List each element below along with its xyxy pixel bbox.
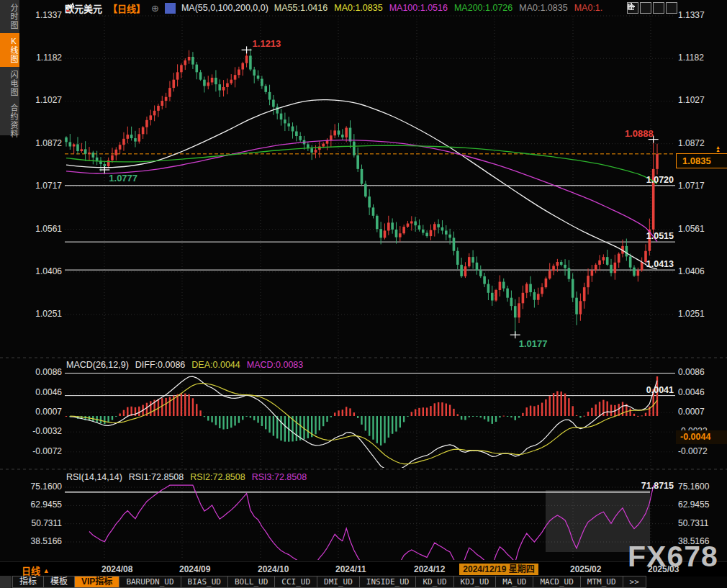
toolbar-button-kd_ud[interactable]: KD_UD xyxy=(415,576,453,588)
indicator-toolbar: 指标模板VIP指标BARUPDN_UDBIAS_UDBOLL_UDCCI_UDD… xyxy=(12,576,646,588)
pan-right-icon[interactable] xyxy=(666,2,677,14)
toolbar-button-btn1[interactable]: 模板 xyxy=(43,576,75,588)
rsi-axis-label: 38.5166 xyxy=(17,536,62,547)
ma100-line xyxy=(66,140,657,242)
price-axis-label: 1.0406 xyxy=(17,266,62,277)
timeline-date: 2024/09 xyxy=(179,564,210,575)
toolbar-button-vip[interactable]: VIP指标 xyxy=(74,576,119,588)
rsi-axis-label: 75.1600 xyxy=(678,481,726,492)
price-up-arrows-icon: ▲▲ xyxy=(715,146,721,153)
macd-current-badge: -0.0044 xyxy=(676,430,727,444)
macd-axis-label: 0.0046 xyxy=(17,387,62,398)
toolbar-button-btn0[interactable]: 指标 xyxy=(12,576,44,588)
ma-values: MA55:1.0416MA0:1.0835MA100:1.0516MA200:1… xyxy=(274,3,609,13)
hline-label: 1.0515 xyxy=(625,231,674,241)
trading-app-window: 分时图K线图闪电图合约资料 欧元美元 【日线】 ⊕ MA(55,0,100,20… xyxy=(0,0,727,588)
timeline-date: 2024/10 xyxy=(258,564,289,575)
price-axis-label: 1.0717 xyxy=(678,181,726,191)
pan-left-icon[interactable] xyxy=(653,2,664,14)
price-axis-label: 1.0717 xyxy=(17,181,62,191)
sidebar-tab-activeK线图[interactable]: K线图 xyxy=(0,33,19,67)
hline-label: 1.0720 xyxy=(625,175,674,185)
price-axis-label: 1.0251 xyxy=(678,309,726,320)
extreme-label-1.0177: 1.0177 xyxy=(519,338,548,349)
hline-label: 1.0413 xyxy=(625,259,674,269)
toolbar-button-macd_ud[interactable]: MACD_UD xyxy=(533,576,580,588)
macd-axis-label: 0.0046 xyxy=(678,387,726,398)
macd-axis-label: -0.0072 xyxy=(17,446,62,457)
toolbar-button-dmi_ud[interactable]: DMI_UD xyxy=(317,576,360,588)
macd-diff-value: DIFF:0.0086 xyxy=(135,360,185,370)
sidebar-tab-分时图[interactable]: 分时图 xyxy=(0,0,19,33)
rsi2-value: RSI2:72.8508 xyxy=(190,472,245,482)
price-axis-label: 1.0406 xyxy=(678,266,726,277)
toolbar-button-boll_ud[interactable]: BOLL_UD xyxy=(227,576,275,588)
price-axis-label: 1.1337 xyxy=(678,10,726,21)
rsi-panel-header: RSI(14,14,14) RSI1:72.8508 RSI2:72.8508 … xyxy=(66,472,307,482)
ma-value: MA0:1.0835 xyxy=(519,3,567,13)
chart-canvas[interactable] xyxy=(0,0,727,588)
extreme-label-1.0777: 1.0777 xyxy=(109,173,137,184)
toolbar-button-inside_ud[interactable]: INSIDE_UD xyxy=(359,576,417,588)
macd-diff-line xyxy=(70,376,657,469)
timeline-axis[interactable]: 日线 ▲ 2024/082024/092024/102024/112024/12… xyxy=(0,561,727,576)
macd-axis-label: 0.0086 xyxy=(678,367,726,378)
price-axis-label: 1.0561 xyxy=(678,224,726,235)
timeline-date: 2024/12 xyxy=(414,564,445,575)
price-axis-label: 1.1027 xyxy=(17,95,62,106)
rsi-axis-label: 75.1600 xyxy=(17,481,62,492)
macd-axis-label: 0.0007 xyxy=(678,407,726,417)
chart-type-sidebar: 分时图K线图闪电图合约资料 xyxy=(0,0,19,135)
price-axis-label: 1.1182 xyxy=(678,53,726,63)
rsi-hline-label: 71.8715 xyxy=(625,481,674,491)
rsi-axis-label: 62.9455 xyxy=(17,499,62,510)
timeline-date: 2025/02 xyxy=(570,564,601,575)
macd-title: MACD(26,12,9) xyxy=(66,360,129,370)
ma-value: MA100:1.0516 xyxy=(389,3,448,13)
sidebar-tab-合约资料[interactable]: 合约资料 xyxy=(0,100,19,142)
chart-window-controls xyxy=(627,2,677,14)
current-price-badge: 1.0835 xyxy=(676,153,727,168)
toolbar-button-bias_ud[interactable]: BIAS_UD xyxy=(181,576,228,588)
timeline-date: 2024/08 xyxy=(101,564,132,575)
attach-icon[interactable]: ⊕ xyxy=(151,3,159,14)
macd-panel-header: MACD(26,12,9) DIFF:0.0086 DEA:0.0044 MAC… xyxy=(66,360,303,370)
toolbar-button-btn14[interactable]: >> xyxy=(623,576,646,588)
macd-axis-label: -0.0032 xyxy=(17,426,62,437)
period-selector-label: 日线 xyxy=(22,566,40,576)
price-axis-label: 1.1337 xyxy=(17,10,62,21)
price-axis-label: 1.1182 xyxy=(17,53,62,63)
macd-macd-value: MACD:0.0083 xyxy=(247,360,304,370)
extreme-label-1.1213: 1.1213 xyxy=(253,38,281,49)
price-axis-label: 1.0561 xyxy=(17,224,62,235)
watermark: FX678 xyxy=(628,540,718,574)
macd-axis-label: 0.0086 xyxy=(17,367,62,378)
timeline-date-highlight: 2024/12/19 星期四 xyxy=(459,564,538,575)
price-axis-label: 1.0872 xyxy=(17,138,62,149)
extreme-label-1.0888: 1.0888 xyxy=(613,128,654,139)
ma-value: MA55:1.0416 xyxy=(274,3,328,13)
toolbar-button-kdj_ud[interactable]: KDJ_UD xyxy=(453,576,497,588)
price-axis-label: 1.0251 xyxy=(17,309,62,320)
macd-axis-label: 0.0007 xyxy=(17,407,62,417)
macd-dea-value: DEA:0.0044 xyxy=(191,360,240,370)
ma-settings-label: MA(55,0,100,200,0,0) xyxy=(181,3,268,13)
toolbar-button-ma_ud[interactable]: MA_UD xyxy=(495,576,533,588)
rsi-axis-label: 62.9455 xyxy=(678,499,726,510)
ma-value: MA0:1.0835 xyxy=(334,3,382,13)
rsi-axis-label: 50.7311 xyxy=(678,518,726,529)
price-axis-label: 1.1027 xyxy=(678,95,726,106)
toolbar-button-barupdn_ud[interactable]: BARUPDN_UD xyxy=(119,576,181,588)
rsi-title: RSI(14,14,14) xyxy=(66,472,122,482)
toolbar-button-cci_ud[interactable]: CCI_UD xyxy=(274,576,317,588)
rsi3-value: RSI3:72.8508 xyxy=(252,472,307,482)
zoom-reset-icon[interactable] xyxy=(640,2,651,14)
indicator-icon[interactable] xyxy=(165,3,176,14)
macd-hline-label: 0.0041 xyxy=(625,385,674,395)
ma-value: MA200:1.0726 xyxy=(454,3,512,13)
sidebar-tab-闪电图[interactable]: 闪电图 xyxy=(0,67,19,100)
ma-value: MA0:1. xyxy=(574,3,603,13)
chart-header: 欧元美元 【日线】 ⊕ MA(55,0,100,200,0,0) MA55:1.… xyxy=(65,1,625,14)
rsi1-value: RSI1:72.8508 xyxy=(129,472,184,482)
toolbar-button-mtm_ud[interactable]: MTM_UD xyxy=(580,576,623,588)
